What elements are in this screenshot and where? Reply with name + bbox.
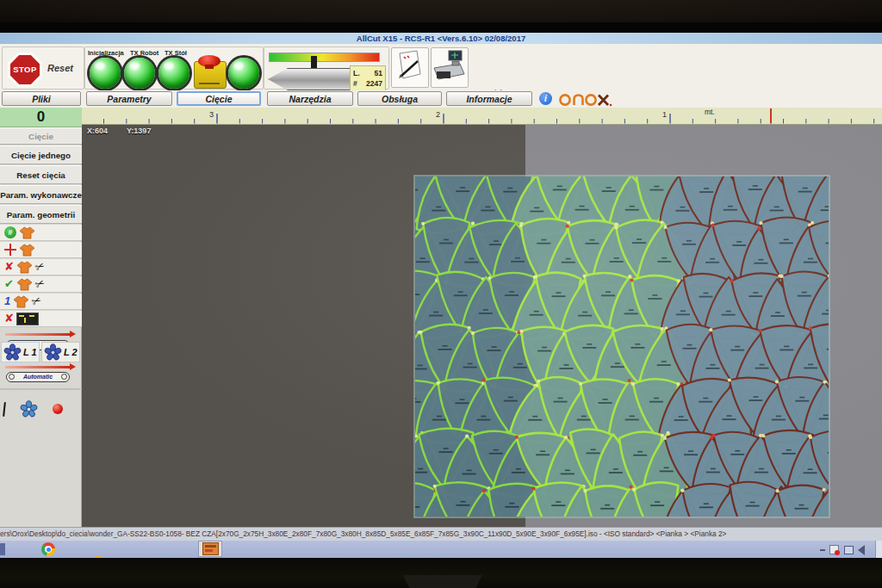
svg-text:1: 1 <box>662 110 667 119</box>
emergency-button[interactable] <box>194 61 227 89</box>
tool-row-number-pieces[interactable]: # <box>0 225 82 241</box>
measure-ruler-icon <box>16 313 39 325</box>
automatic-conveyor-button[interactable]: Automatic <box>6 372 70 382</box>
fan-l1-button[interactable]: L 1 <box>1 342 40 362</box>
fan-l2-button[interactable]: L 2 <box>41 342 80 362</box>
scissors-icon: ✂ <box>33 259 47 274</box>
coord-x: X:604 <box>87 127 108 135</box>
crosshair-icon <box>4 244 16 256</box>
monitor-photo: AllCut X15 - RCS-R1 <Vers.6.10> 02/08/20… <box>0 0 882 588</box>
allcut-taskbar-icon-active[interactable] <box>198 541 222 557</box>
blade-wear-gradient <box>269 53 380 62</box>
fan-l2-label: L 2 <box>64 347 78 357</box>
info-circle-icon[interactable]: i <box>539 92 552 105</box>
blade-count-value: 2247 <box>366 78 382 89</box>
tool-row-delete-measure[interactable]: ✘ <box>0 311 82 327</box>
tab-informacje[interactable]: Informacje <box>446 91 532 106</box>
allcut-app-icon <box>202 542 219 555</box>
fan-icon <box>44 344 62 362</box>
window-titlebar: AllCut X15 - RCS-R1 <Vers.6.10> 02/08/20… <box>0 33 882 44</box>
nest-svg <box>82 125 882 527</box>
cutting-machine-icon <box>432 48 466 85</box>
desk-background <box>0 0 882 22</box>
tab-parametry[interactable]: Parametry <box>86 91 172 106</box>
svg-text:mt.: mt. <box>705 108 715 116</box>
inicjalizacja-label: Inicjalizacja <box>88 49 124 57</box>
piece-counter: 0 <box>0 108 82 127</box>
tab-ciecie[interactable]: Cięcie <box>177 91 261 106</box>
windows-taskbar <box>0 541 882 558</box>
red-x-icon: ✘ <box>4 313 14 325</box>
blade-tool-icon[interactable] <box>3 401 6 416</box>
coord-y: Y:1397 <box>127 127 151 135</box>
tab-obsluga[interactable]: Obsługa <box>357 91 442 106</box>
status-bar: ers\Orox\Desktop\do_ciecia\wonder_GA-SS2… <box>0 527 882 541</box>
number-one-icon: 1 <box>4 295 10 307</box>
tx-robot-button[interactable] <box>124 58 155 89</box>
job-notes-button[interactable] <box>391 47 429 88</box>
horizontal-ruler: 123mt. <box>82 108 882 125</box>
cut-canvas[interactable]: X:604 Y:1397 <box>82 125 882 527</box>
left-sidebar: 0 Cięcie Cięcie jednego elem. Reset cięc… <box>0 108 82 527</box>
sidebar-button-ciecie-jednego[interactable]: Cięcie jednego elem. <box>0 145 82 164</box>
sidebar-divider <box>0 388 82 390</box>
tool-row-single-cut[interactable]: 1 ✂ <box>0 294 82 310</box>
blade-wear-marker <box>311 56 317 69</box>
tray-volume-icon[interactable] <box>858 545 865 555</box>
sidebar-button-param-geometrii[interactable]: Param. geometrii <box>0 205 82 224</box>
fan-l1-label: L 1 <box>23 347 37 357</box>
tshirt-icon <box>13 295 29 308</box>
machine-view-button[interactable] <box>431 47 469 88</box>
cursor-coordinates: X:604 Y:1397 <box>87 127 151 135</box>
stop-panel: STOP Reset <box>2 46 84 90</box>
monitor-brand-logo <box>403 575 482 588</box>
tool-row-origin-piece[interactable] <box>0 242 82 258</box>
show-desktop-button[interactable] <box>875 541 882 558</box>
main-toolbar: STOP Reset Inicjalizacja TX Robot TX Stó… <box>0 44 882 91</box>
hash-circle-icon: # <box>4 226 16 238</box>
tool-row-delete-cut[interactable]: ✘ ✂ <box>0 259 82 275</box>
fan-tool-icon[interactable] <box>20 400 38 418</box>
blade-counter-box: L.51 #2247 <box>350 65 386 91</box>
tshirt-icon <box>19 226 35 239</box>
svg-text:2: 2 <box>436 110 440 119</box>
taskbar-partial-icon[interactable] <box>0 543 5 555</box>
tool-row-confirm-cut[interactable]: ✔ ✂ <box>0 276 82 293</box>
tx-stol-label: TX Stół <box>165 49 187 57</box>
tshirt-icon <box>16 261 33 274</box>
green-check-icon: ✔ <box>4 278 14 290</box>
sidebar-button-reset-ciecia[interactable]: Reset cięcia <box>0 165 82 184</box>
svg-text:3: 3 <box>209 110 214 119</box>
tab-pliki[interactable]: Pliki <box>2 91 81 106</box>
blade-icon <box>268 68 351 90</box>
start-button[interactable] <box>228 58 259 89</box>
feed-arrow-icon <box>5 366 71 368</box>
status-file-info: ers\Orox\Desktop\do_ciecia\wonder_GA-SS2… <box>0 529 726 538</box>
notepad-pen-icon <box>392 48 426 85</box>
reset-button[interactable]: Reset <box>47 63 73 73</box>
orox-logo <box>558 91 615 107</box>
stop-button[interactable]: STOP <box>8 53 42 87</box>
blade-status-panel: L.51 #2247 <box>264 46 389 90</box>
monitor-bezel-top <box>0 22 882 33</box>
machine-buttons-panel: Inicjalizacja TX Robot TX Stół <box>84 46 264 90</box>
ruler-svg: 123mt. <box>82 108 882 124</box>
blade-l-value: 51 <box>375 68 382 78</box>
inicjalizacja-button[interactable] <box>90 58 121 89</box>
tray-notification-icon[interactable] <box>829 545 839 554</box>
fan-icon <box>3 344 22 362</box>
sidebar-button-param-wykonawcze[interactable]: Param. wykonawcze <box>0 185 82 204</box>
tray-minimize-icon[interactable] <box>820 549 825 551</box>
scissors-icon: ✂ <box>33 276 47 291</box>
menu-tab-bar: Pliki Parametry Cięcie Narzędzia Obsługa… <box>0 90 882 108</box>
tshirt-icon <box>16 278 33 291</box>
tx-robot-label: TX Robot <box>130 49 158 57</box>
sidebar-button-ciecie[interactable]: Cięcie <box>0 127 82 145</box>
tx-stol-button[interactable] <box>158 58 189 89</box>
chrome-icon[interactable] <box>41 542 55 556</box>
tshirt-icon <box>19 244 35 257</box>
tray-network-icon[interactable] <box>844 546 854 554</box>
red-indicator-ball[interactable] <box>53 404 63 414</box>
feed-arrow-icon <box>5 333 71 336</box>
tab-narzedzia[interactable]: Narzędzia <box>267 91 353 106</box>
